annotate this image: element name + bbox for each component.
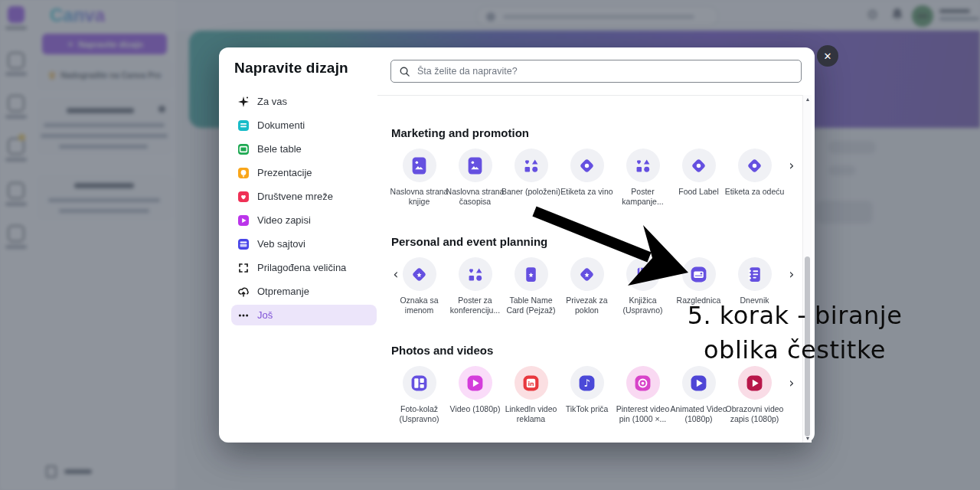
chevron-right-icon[interactable]: › xyxy=(786,155,798,175)
play-icon xyxy=(237,214,250,227)
menu-item-label: Prezentacije xyxy=(257,167,312,178)
design-search-field[interactable] xyxy=(390,60,802,83)
modal-scrollbar: ▲ ▼ xyxy=(802,95,812,443)
tag-star-icon xyxy=(403,257,436,291)
design-category-menu: Za vasDokumentiBele tablePrezentacijeDru… xyxy=(231,91,377,328)
menu-item-prilagodjena-velicina[interactable]: Prilagođena veličina xyxy=(231,257,377,278)
book-icon xyxy=(626,257,660,291)
menu-item-jos[interactable]: Još xyxy=(231,305,377,325)
shapes-icon xyxy=(459,257,492,291)
design-type-obrazovni-video-zapis-1080p[interactable]: Obrazovni videozapis (1080p) xyxy=(727,366,782,424)
design-type-label: Privezak zapoklon xyxy=(566,296,607,315)
section-title: Personal and event planning xyxy=(391,235,547,248)
create-design-modal: Napravite dizajn Za vasDokumentiBele tab… xyxy=(219,47,815,443)
design-type-label: Video (1080p) xyxy=(450,404,501,414)
design-type-poster-kampanje[interactable]: Posterkampanje... xyxy=(615,149,671,207)
collage-icon xyxy=(403,366,436,400)
menu-item-dokumenti[interactable]: Dokumenti xyxy=(231,115,377,136)
scroll-up-icon[interactable]: ▲ xyxy=(803,96,812,102)
design-type-etiketa-za-odecu[interactable]: Etiketa za odeću xyxy=(727,149,782,207)
design-type-video-1080p[interactable]: Video (1080p) xyxy=(447,366,503,424)
menu-item-label: Još xyxy=(257,309,273,321)
heart-icon xyxy=(237,191,250,203)
design-type-label: Etiketa za vino xyxy=(560,187,612,197)
design-type-label: Naslovna stranaknjige xyxy=(390,187,449,207)
image-icon xyxy=(459,149,492,182)
annotation-text: 5. korak - biranje oblika čestitke xyxy=(657,299,933,368)
design-type-food-label[interactable]: Food Label xyxy=(671,149,727,207)
design-type-row: Foto-kolaž(Uspravno)Video (1080p)inLinke… xyxy=(391,366,782,424)
menu-item-bele-table[interactable]: Bele table xyxy=(231,139,377,159)
whiteboard-icon xyxy=(237,143,250,155)
linkedin-icon: in xyxy=(514,366,548,400)
canva-create-design-screen: Canva ＋ Napravite dizajn ♛ Nadogradite n… xyxy=(0,0,980,490)
section-title: Marketing and promotion xyxy=(391,126,529,139)
tag-icon xyxy=(570,149,604,182)
modal-close-button[interactable]: ✕ xyxy=(817,45,838,67)
sparkle-icon xyxy=(237,96,250,108)
design-type-pinterest-video-pin-1000[interactable]: Pinterest videopin (1000 ×... xyxy=(615,366,671,424)
menu-item-label: Otpremanje xyxy=(257,286,309,297)
tiktok-icon: ♪ xyxy=(570,366,604,400)
menu-item-label: Video zapisi xyxy=(257,214,311,226)
menu-item-label: Dokumenti xyxy=(257,119,305,131)
postcard-icon xyxy=(682,257,716,291)
tag-star-icon xyxy=(570,257,604,291)
design-type-label: Obrazovni videozapis (1080p) xyxy=(726,404,784,424)
section-title: Photos and videos xyxy=(391,344,493,357)
menu-item-otpremanje[interactable]: Otpremanje xyxy=(231,281,377,302)
menu-item-za-vas[interactable]: Za vas xyxy=(231,91,377,112)
presentation-icon xyxy=(237,167,250,179)
play-icon xyxy=(682,366,716,400)
design-type-table-name-card-pejzaz[interactable]: Table NameCard (Pejzaž) xyxy=(503,257,559,315)
shapes-icon xyxy=(626,149,660,182)
search-input[interactable] xyxy=(416,65,779,77)
design-type-label: Food Label xyxy=(678,187,719,197)
design-type-row: Naslovna stranaknjigeNaslovna stranačaso… xyxy=(391,149,782,207)
design-type-label: TikTok priča xyxy=(566,404,609,414)
design-type-tiktok-prica[interactable]: ♪TikTok priča xyxy=(559,366,615,424)
chevron-right-icon[interactable]: › xyxy=(786,264,798,284)
tag-icon xyxy=(738,149,772,182)
design-type-linkedin-video-reklama[interactable]: inLinkedIn videoreklama xyxy=(503,366,559,424)
play-icon xyxy=(738,366,772,400)
menu-item-prezentacije[interactable]: Prezentacije xyxy=(231,162,377,183)
doc-icon xyxy=(237,119,250,132)
design-type-oznaka-sa-imenom[interactable]: Oznaka saimenom xyxy=(391,257,447,315)
design-type-privezak-za-poklon[interactable]: Privezak zapoklon xyxy=(559,257,615,315)
menu-item-veb-sajtovi[interactable]: Veb sajtovi xyxy=(231,234,377,254)
design-type-label: Naslovna stranačasopisa xyxy=(446,187,505,207)
design-type-label: Baner (položeni) xyxy=(501,187,560,197)
svg-text:♪: ♪ xyxy=(583,377,590,389)
design-type-etiketa-za-vino[interactable]: Etiketa za vino xyxy=(559,149,615,207)
card-star-icon xyxy=(514,257,548,291)
modal-title: Napravite dizajn xyxy=(234,60,348,77)
chevron-right-icon[interactable]: › xyxy=(786,373,798,393)
design-type-label: LinkedIn videoreklama xyxy=(505,404,557,424)
menu-item-label: Za vas xyxy=(257,96,287,107)
menu-item-label: Prilagođena veličina xyxy=(257,262,346,273)
close-icon: ✕ xyxy=(824,51,832,62)
menu-item-video-zapisi[interactable]: Video zapisi xyxy=(231,210,377,230)
design-type-label: Etiketa za odeću xyxy=(725,187,785,197)
design-type-label: Table NameCard (Pejzaž) xyxy=(506,296,555,315)
design-type-foto-kolaz-uspravno[interactable]: Foto-kolaž(Uspravno) xyxy=(391,366,447,424)
design-type-label: Posterkampanje... xyxy=(622,187,663,207)
design-type-label: Foto-kolaž(Uspravno) xyxy=(400,404,439,424)
notebook-icon xyxy=(738,257,772,291)
menu-item-drustvene-mreze[interactable]: Društvene mreže xyxy=(231,186,377,207)
tag-icon xyxy=(682,149,716,182)
custom-size-icon xyxy=(237,262,250,274)
design-type-label: Poster zakonferenciju... xyxy=(450,296,500,315)
design-type-label: Animated Video(1080p) xyxy=(671,404,727,424)
design-type-naslovna-strana-knjige[interactable]: Naslovna stranaknjige xyxy=(391,149,447,207)
scroll-down-icon[interactable]: ▼ xyxy=(803,436,812,441)
design-type-baner-polozeni[interactable]: Baner (položeni) xyxy=(503,149,559,207)
shapes-icon xyxy=(514,149,548,182)
design-type-poster-za-konferenciju[interactable]: Poster zakonferenciju... xyxy=(447,257,503,315)
svg-text:in: in xyxy=(528,380,534,387)
design-type-animated-video-1080p[interactable]: Animated Video(1080p) xyxy=(671,366,727,424)
design-type-naslovna-strana-casopisa[interactable]: Naslovna stranačasopisa xyxy=(447,149,503,207)
menu-item-label: Bele table xyxy=(257,143,302,155)
image-icon xyxy=(403,149,436,182)
